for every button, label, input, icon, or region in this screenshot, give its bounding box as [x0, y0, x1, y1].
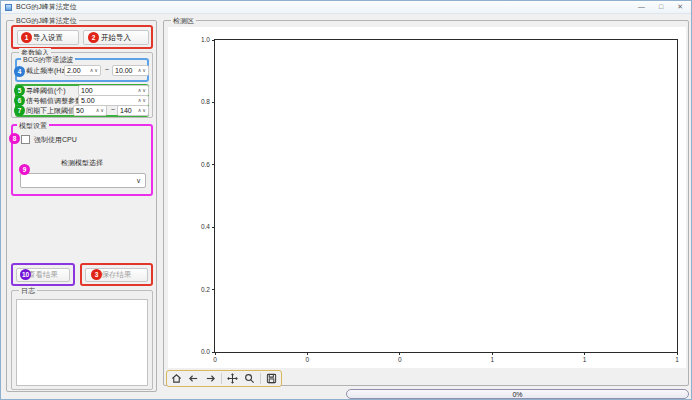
x-tick-mark [215, 352, 216, 355]
plot-canvas[interactable]: 1.00.80.60.40.20.0000111 [168, 27, 686, 368]
force-cpu-checkbox[interactable] [21, 135, 30, 144]
forward-arrow-icon[interactable] [204, 372, 217, 385]
spin-up-icon[interactable]: ∧ [138, 96, 142, 105]
spin-down-icon[interactable]: ∨ [142, 66, 146, 75]
minimize-button[interactable]: — [638, 1, 645, 13]
amplitude-param-value: 5.00 [81, 97, 95, 104]
left-panel-group: BCG的J峰算法定位 导入设置 开始导入 1 2 参数输入 BCG的带通滤波 4 [6, 20, 157, 392]
save-results-annotation-box: 保存结果 3 [80, 263, 153, 286]
window-title: BCG的J峰算法定位 [16, 2, 638, 12]
view-results-annotation-box: 查看结果 10 [11, 263, 75, 286]
spin-up-icon[interactable]: ∧ [90, 66, 94, 75]
params-group: 参数输入 BCG的带通滤波 4 截止频率(Hz): 2.00 ∧∨ ~ 10.0… [11, 52, 153, 118]
log-textarea[interactable] [16, 299, 148, 386]
detection-group: 检测区 1.00.80.60.40.20.0000111 [163, 20, 689, 386]
toolbar-separator [260, 373, 261, 384]
cutoff-frequency-label: 截止频率(Hz): [26, 66, 69, 76]
import-annotation-box: 导入设置 开始导入 1 2 [11, 25, 153, 49]
detection-group-title: 检测区 [171, 16, 196, 25]
spin-down-icon[interactable]: ∨ [100, 106, 104, 115]
x-tick-mark [307, 352, 308, 355]
plot-toolbar [166, 370, 282, 387]
model-select-caption: 检测模型选择 [13, 158, 151, 168]
progress-label: 0% [512, 391, 522, 398]
interval-high-value: 140 [120, 107, 132, 114]
annotation-badge-10: 10 [20, 269, 31, 280]
spin-down-icon[interactable]: ∨ [142, 86, 146, 95]
spin-up-icon[interactable]: ∧ [96, 106, 100, 115]
y-tick-label: 0.6 [201, 161, 210, 169]
y-tick-mark [212, 164, 215, 165]
close-button[interactable]: ✕ [677, 1, 683, 13]
chevron-down-icon: ∨ [136, 177, 141, 185]
home-icon[interactable] [170, 372, 183, 385]
spin-up-icon[interactable]: ∧ [138, 66, 142, 75]
annotation-badge-8: 8 [9, 133, 20, 144]
x-tick-label: 1 [485, 356, 499, 363]
cutoff-high-spinbox[interactable]: 10.00 ∧∨ [112, 65, 149, 76]
titlebar: BCG的J峰算法定位 — □ ✕ [1, 1, 691, 14]
x-tick-label: 0 [393, 356, 407, 363]
bandpass-annotation-box: BCG的带通滤波 4 截止频率(Hz): 2.00 ∧∨ ~ 10.00 ∧∨ [15, 58, 149, 82]
log-group-title: 日志 [19, 286, 37, 295]
main-content: BCG的J峰算法定位 导入设置 开始导入 1 2 参数输入 BCG的带通滤波 4 [1, 14, 691, 399]
maximize-button[interactable]: □ [659, 1, 663, 13]
y-tick-label: 0.8 [201, 98, 210, 106]
start-import-label: 开始导入 [101, 33, 131, 43]
spin-down-icon[interactable]: ∨ [142, 106, 146, 115]
model-annotation-box: 模型设置 8 强制使用CPU 检测模型选择 9 ∨ [11, 124, 153, 196]
x-tick-label: 1 [578, 356, 592, 363]
annotation-badge-9: 9 [19, 164, 30, 175]
range-separator: ~ [111, 106, 115, 113]
pan-icon[interactable] [226, 372, 239, 385]
interval-high-spinbox[interactable]: 140 ∧∨ [117, 105, 149, 116]
annotation-badge-7: 7 [14, 105, 25, 116]
bandpass-group-title: BCG的带通滤波 [21, 55, 75, 64]
annotation-badge-4: 4 [14, 66, 25, 77]
progress-bar: 0% [346, 389, 689, 399]
y-tick-mark [212, 102, 215, 103]
x-tick-mark [492, 352, 493, 355]
x-tick-mark [584, 352, 585, 355]
left-panel-group-title: BCG的J峰算法定位 [14, 16, 79, 25]
y-tick-label: 0.0 [201, 348, 210, 356]
import-settings-label: 导入设置 [33, 33, 63, 43]
annotation-badge-3: 3 [91, 269, 102, 280]
model-select-dropdown[interactable]: ∨ [20, 173, 146, 188]
interval-low-spinbox[interactable]: 50 ∧∨ [73, 105, 107, 116]
annotation-badge-2: 2 [88, 32, 99, 43]
cutoff-low-value: 2.00 [67, 67, 81, 74]
x-tick-label: 0 [300, 356, 314, 363]
view-results-label: 查看结果 [28, 270, 58, 280]
x-tick-mark [677, 352, 678, 355]
back-arrow-icon[interactable] [187, 372, 200, 385]
spin-down-icon[interactable]: ∨ [94, 66, 98, 75]
x-tick-mark [399, 352, 400, 355]
peak-threshold-value: 100 [81, 87, 93, 94]
peak-threshold-label: 寻峰阈值(个) [26, 86, 66, 96]
interval-threshold-label: 间期下上限阈值 [26, 106, 75, 116]
y-tick-label: 0.2 [201, 286, 210, 294]
x-tick-label: 0 [208, 356, 222, 363]
spin-up-icon[interactable]: ∧ [138, 106, 142, 115]
y-tick-mark [212, 227, 215, 228]
annotation-badge-1: 1 [21, 32, 32, 43]
log-group: 日志 [11, 290, 153, 390]
y-tick-mark [212, 289, 215, 290]
app-icon [5, 4, 12, 11]
range-separator: ~ [105, 66, 109, 73]
spin-down-icon[interactable]: ∨ [142, 96, 146, 105]
cutoff-low-spinbox[interactable]: 2.00 ∧∨ [64, 65, 101, 76]
cutoff-high-value: 10.00 [115, 67, 133, 74]
zoom-to-rect-icon[interactable] [243, 372, 256, 385]
thresholds-annotation-box: 5 寻峰阈值(个) 100 ∧∨ 6 信号幅值调整参数 5.00 ∧∨ 7 间期… [15, 84, 149, 117]
toolbar-separator [221, 373, 222, 384]
interval-low-value: 50 [76, 107, 84, 114]
save-icon[interactable] [265, 372, 278, 385]
save-results-label: 保存结果 [102, 270, 132, 280]
force-cpu-label: 强制使用CPU [34, 135, 77, 145]
y-tick-mark [212, 40, 215, 41]
y-tick-label: 0.4 [201, 223, 210, 231]
y-tick-label: 1.0 [201, 36, 210, 44]
spin-up-icon[interactable]: ∧ [138, 86, 142, 95]
